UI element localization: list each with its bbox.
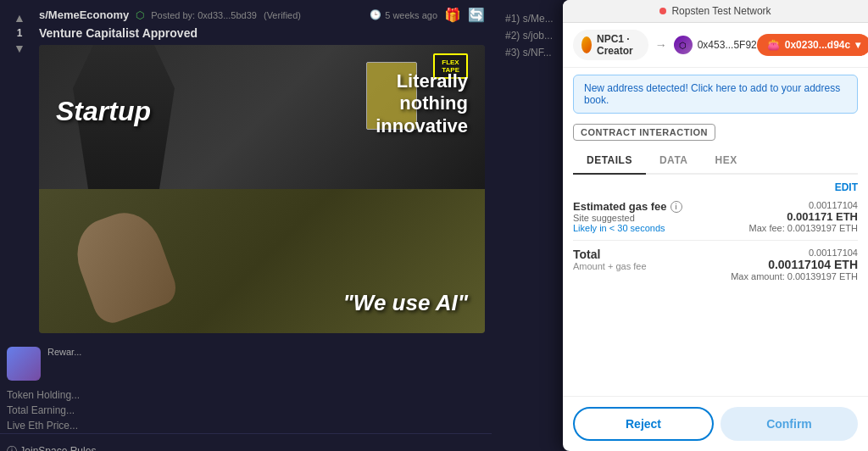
edit-link[interactable]: EDIT [835,181,858,193]
wallet-icon: 👛 [767,39,780,51]
total-small-value: 0.00117104 [731,248,858,258]
gas-info-icon[interactable]: i [670,201,682,213]
post-title: Venture Capitalist Approved [39,26,485,40]
gas-fee-value-col: 0.00117104 0.001171 ETH Max fee: 0.00139… [749,200,858,233]
amount-gas-label: Amount + gas fee [573,261,647,271]
reject-button[interactable]: Reject [573,407,714,441]
tab-details[interactable]: DETAILS [573,148,646,175]
new-address-banner[interactable]: New address detected! Click here to add … [573,75,858,114]
metamask-popup: Ropsten Test Network NPC1 · Creator → ⬡ … [563,0,868,451]
total-label-col: Total Amount + gas fee [573,248,647,271]
posted-by: Posted by: 0xd33...5bd39 [151,10,257,20]
meme-text-weuse: "We use AI" [343,290,468,316]
meme-mock: FLEX TAPE Startup Literallynothinginnova… [39,45,485,333]
network-name: Ropsten Test Network [671,5,771,17]
site-suggested-label: Site suggested [573,213,682,223]
vote-count: 1 [17,27,23,39]
from-account-label: NPC1 · Creator [597,33,640,57]
gas-fee-row: Estimated gas fee i Site suggested Likel… [573,200,858,233]
verified-icon: ⬡ [136,9,144,21]
gas-eth-small: 0.00117104 [749,200,858,210]
total-eth-value: 0.00117104 ETH [731,258,858,271]
meme-top-section: FLEX TAPE Startup Literallynothinginnova… [39,45,485,189]
from-account-pill[interactable]: NPC1 · Creator [573,30,648,60]
meme-bottom-section: "We use AI" [39,189,485,333]
total-max-amount: Max amount: 0.00139197 ETH [731,271,858,281]
from-account-avatar [581,36,592,53]
arrow-icon: → [655,38,667,52]
to-account: ⬡ 0x453...5F92 [674,36,757,54]
gas-section: EDIT Estimated gas fee i Site suggested … [563,175,868,396]
join-rules-section: ⓘ JoinSpace Rules JoinSpace is a permisi… [0,433,492,451]
max-fee-label: Max fee: 0.00139197 ETH [749,223,858,233]
wallet-header: NPC1 · Creator → ⬡ 0x453...5F92 👛 0x0230… [563,23,868,68]
reward-icon [7,347,41,381]
post-meta: s/MemeEconomy ⬡ Posted by: 0xd33...5bd39… [39,7,485,23]
confirm-button[interactable]: Confirm [721,407,858,441]
gift-icon[interactable]: 🎁 [444,7,461,23]
token-holdings: Token Holding... [7,387,485,403]
refresh-icon[interactable]: 🔄 [468,7,485,23]
contract-section: CONTRACT INTERACTION [573,124,858,141]
clock-icon: 🕒 [370,9,381,20]
network-bar: Ropsten Test Network [563,0,868,23]
total-section: Total Amount + gas fee 0.00117104 0.0011… [573,248,858,281]
tab-data[interactable]: DATA [646,148,702,175]
meme-text-startup: Startup [56,96,151,127]
network-status-dot [659,8,666,14]
subreddit-name[interactable]: s/MemeEconomy [39,8,129,21]
token-info-section: Token Holding... Total Earning... Live E… [0,387,492,433]
gas-header: EDIT [573,181,858,193]
max-fee-value: 0.00139197 ETH [787,223,858,233]
meme-text-literally: Literallynothinginnovative [376,70,468,137]
upvote-button[interactable]: ▲ [12,10,27,25]
to-account-address: 0x453...5F92 [698,39,757,51]
meme-image: FLEX TAPE Startup Literallynothinginnova… [39,45,485,333]
reward-section: Rewar... [0,340,492,387]
max-amount-value: 0.00139197 ETH [787,271,858,281]
gas-eth-value: 0.001171 ETH [749,210,858,223]
post-time: 🕒 5 weeks ago [370,9,437,20]
tab-bar: DETAILS DATA HEX [573,148,858,175]
right-panel: #1) s/Me... #2) s/job... #3) s/NF... Rop… [492,0,868,451]
contract-badge: CONTRACT INTERACTION [573,124,715,141]
gas-fee-label-col: Estimated gas fee i Site suggested Likel… [573,200,682,233]
wallet-address-label: 0x0230...d94c [785,39,850,51]
gas-fee-label: Estimated gas fee i [573,200,682,213]
live-eth-price: Live Eth Price... [7,418,485,433]
downvote-button[interactable]: ▼ [12,41,27,56]
tab-hex[interactable]: HEX [702,148,751,175]
join-rules-title: ⓘ JoinSpace Rules [7,444,485,451]
section-divider [573,240,858,241]
total-label: Total [573,248,647,261]
left-panel: ▲ 1 ▼ s/MemeEconomy ⬡ Posted by: 0xd33..… [0,0,492,451]
vote-column: ▲ 1 ▼ [7,7,32,333]
action-buttons: Reject Confirm [563,396,868,451]
chevron-down-icon: ▾ [855,39,860,51]
wallet-address-button[interactable]: 👛 0x0230...d94c ▾ [757,34,868,56]
verified-badge: (Verified) [264,10,301,20]
post-content: s/MemeEconomy ⬡ Posted by: 0xd33...5bd39… [39,7,485,333]
wallet-accounts: NPC1 · Creator → ⬡ 0x453...5F92 [573,30,757,60]
reward-text: Rewar... [47,347,81,357]
to-account-avatar: ⬡ [674,36,693,54]
post-container: ▲ 1 ▼ s/MemeEconomy ⬡ Posted by: 0xd33..… [0,0,492,340]
likely-time: Likely in < 30 seconds [573,223,682,233]
total-amount-col: 0.00117104 0.00117104 ETH Max amount: 0.… [731,248,858,281]
total-earnings: Total Earning... [7,403,485,418]
